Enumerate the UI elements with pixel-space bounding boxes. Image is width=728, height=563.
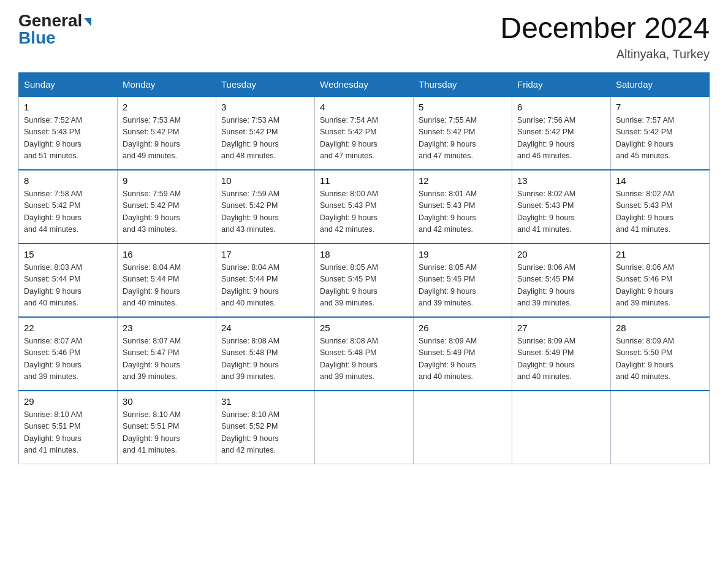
calendar-cell: 8Sunrise: 7:58 AM Sunset: 5:42 PM Daylig… <box>19 170 118 243</box>
day-number: 6 <box>517 102 605 112</box>
calendar-cell: 15Sunrise: 8:03 AM Sunset: 5:44 PM Dayli… <box>19 243 118 317</box>
day-number: 28 <box>616 323 704 333</box>
calendar-cell: 21Sunrise: 8:06 AM Sunset: 5:46 PM Dayli… <box>611 243 710 317</box>
day-info: Sunrise: 7:54 AM Sunset: 5:42 PM Dayligh… <box>320 115 408 163</box>
day-info: Sunrise: 7:57 AM Sunset: 5:42 PM Dayligh… <box>616 115 704 163</box>
calendar-cell <box>512 391 611 464</box>
calendar-cell: 16Sunrise: 8:04 AM Sunset: 5:44 PM Dayli… <box>118 243 216 317</box>
day-number: 15 <box>24 249 112 259</box>
calendar-cell: 7Sunrise: 7:57 AM Sunset: 5:42 PM Daylig… <box>611 96 710 170</box>
calendar-cell <box>611 391 710 464</box>
day-number: 12 <box>419 175 507 186</box>
day-info: Sunrise: 8:04 AM Sunset: 5:44 PM Dayligh… <box>221 262 309 310</box>
day-info: Sunrise: 8:09 AM Sunset: 5:49 PM Dayligh… <box>517 335 605 383</box>
calendar-cell: 11Sunrise: 8:00 AM Sunset: 5:43 PM Dayli… <box>315 170 414 243</box>
day-number: 5 <box>419 102 507 112</box>
calendar-cell: 18Sunrise: 8:05 AM Sunset: 5:45 PM Dayli… <box>315 243 414 317</box>
week-row-2: 8Sunrise: 7:58 AM Sunset: 5:42 PM Daylig… <box>19 170 710 243</box>
calendar-cell: 4Sunrise: 7:54 AM Sunset: 5:42 PM Daylig… <box>315 96 414 170</box>
header-friday: Friday <box>512 72 611 96</box>
header-saturday: Saturday <box>611 72 710 96</box>
day-info: Sunrise: 7:59 AM Sunset: 5:42 PM Dayligh… <box>123 188 211 236</box>
calendar-cell: 23Sunrise: 8:07 AM Sunset: 5:47 PM Dayli… <box>118 317 216 391</box>
day-number: 29 <box>24 396 112 407</box>
day-info: Sunrise: 7:55 AM Sunset: 5:42 PM Dayligh… <box>419 115 507 163</box>
calendar-cell: 26Sunrise: 8:09 AM Sunset: 5:49 PM Dayli… <box>414 317 512 391</box>
day-info: Sunrise: 8:05 AM Sunset: 5:45 PM Dayligh… <box>320 262 408 310</box>
day-number: 7 <box>616 102 704 112</box>
day-info: Sunrise: 7:53 AM Sunset: 5:42 PM Dayligh… <box>123 115 211 163</box>
day-info: Sunrise: 7:59 AM Sunset: 5:42 PM Dayligh… <box>221 188 309 236</box>
day-number: 20 <box>517 249 605 259</box>
calendar-cell <box>315 391 414 464</box>
logo-general-text: General <box>18 12 91 29</box>
title-section: December 2024 Altinyaka, Turkey <box>500 12 710 61</box>
day-number: 19 <box>419 249 507 259</box>
day-info: Sunrise: 8:02 AM Sunset: 5:43 PM Dayligh… <box>517 188 605 236</box>
header-monday: Monday <box>118 72 216 96</box>
calendar-cell: 25Sunrise: 8:08 AM Sunset: 5:48 PM Dayli… <box>315 317 414 391</box>
logo-blue-text: Blue <box>18 29 91 47</box>
day-number: 24 <box>221 323 309 333</box>
calendar-cell: 10Sunrise: 7:59 AM Sunset: 5:42 PM Dayli… <box>216 170 315 243</box>
day-number: 21 <box>616 249 704 259</box>
logo: General Blue <box>18 12 91 47</box>
calendar-cell: 17Sunrise: 8:04 AM Sunset: 5:44 PM Dayli… <box>216 243 315 317</box>
day-number: 14 <box>616 175 704 186</box>
day-info: Sunrise: 8:09 AM Sunset: 5:50 PM Dayligh… <box>616 335 704 383</box>
day-info: Sunrise: 7:53 AM Sunset: 5:42 PM Dayligh… <box>221 115 309 163</box>
day-info: Sunrise: 7:52 AM Sunset: 5:43 PM Dayligh… <box>24 115 112 163</box>
calendar-table: Sunday Monday Tuesday Wednesday Thursday… <box>18 72 710 465</box>
day-number: 2 <box>123 102 211 112</box>
calendar-cell: 9Sunrise: 7:59 AM Sunset: 5:42 PM Daylig… <box>118 170 216 243</box>
day-info: Sunrise: 8:04 AM Sunset: 5:44 PM Dayligh… <box>123 262 211 310</box>
day-number: 11 <box>320 175 408 186</box>
calendar-cell: 29Sunrise: 8:10 AM Sunset: 5:51 PM Dayli… <box>19 391 118 464</box>
day-number: 17 <box>221 249 309 259</box>
calendar-cell: 28Sunrise: 8:09 AM Sunset: 5:50 PM Dayli… <box>611 317 710 391</box>
day-info: Sunrise: 8:00 AM Sunset: 5:43 PM Dayligh… <box>320 188 408 236</box>
day-info: Sunrise: 8:10 AM Sunset: 5:51 PM Dayligh… <box>24 409 112 457</box>
week-row-5: 29Sunrise: 8:10 AM Sunset: 5:51 PM Dayli… <box>19 391 710 464</box>
day-number: 18 <box>320 249 408 259</box>
weekday-header-row: Sunday Monday Tuesday Wednesday Thursday… <box>19 72 710 96</box>
day-info: Sunrise: 8:08 AM Sunset: 5:48 PM Dayligh… <box>221 335 309 383</box>
day-info: Sunrise: 8:07 AM Sunset: 5:47 PM Dayligh… <box>123 335 211 383</box>
calendar-cell <box>414 391 512 464</box>
calendar-cell: 27Sunrise: 8:09 AM Sunset: 5:49 PM Dayli… <box>512 317 611 391</box>
header-thursday: Thursday <box>414 72 512 96</box>
day-number: 23 <box>123 323 211 333</box>
day-number: 9 <box>123 175 211 186</box>
day-info: Sunrise: 7:58 AM Sunset: 5:42 PM Dayligh… <box>24 188 112 236</box>
calendar-cell: 30Sunrise: 8:10 AM Sunset: 5:51 PM Dayli… <box>118 391 216 464</box>
day-number: 22 <box>24 323 112 333</box>
day-info: Sunrise: 8:07 AM Sunset: 5:46 PM Dayligh… <box>24 335 112 383</box>
day-number: 30 <box>123 396 211 407</box>
day-info: Sunrise: 8:10 AM Sunset: 5:51 PM Dayligh… <box>123 409 211 457</box>
header-wednesday: Wednesday <box>315 72 414 96</box>
calendar-cell: 14Sunrise: 8:02 AM Sunset: 5:43 PM Dayli… <box>611 170 710 243</box>
day-info: Sunrise: 8:05 AM Sunset: 5:45 PM Dayligh… <box>419 262 507 310</box>
day-info: Sunrise: 8:09 AM Sunset: 5:49 PM Dayligh… <box>419 335 507 383</box>
calendar-cell: 5Sunrise: 7:55 AM Sunset: 5:42 PM Daylig… <box>414 96 512 170</box>
day-info: Sunrise: 8:10 AM Sunset: 5:52 PM Dayligh… <box>221 409 309 457</box>
subtitle: Altinyaka, Turkey <box>500 47 710 61</box>
day-number: 8 <box>24 175 112 186</box>
main-title: December 2024 <box>500 12 710 45</box>
day-number: 16 <box>123 249 211 259</box>
calendar-cell: 22Sunrise: 8:07 AM Sunset: 5:46 PM Dayli… <box>19 317 118 391</box>
calendar-cell: 1Sunrise: 7:52 AM Sunset: 5:43 PM Daylig… <box>19 96 118 170</box>
day-number: 1 <box>24 102 112 112</box>
calendar-cell: 13Sunrise: 8:02 AM Sunset: 5:43 PM Dayli… <box>512 170 611 243</box>
day-number: 27 <box>517 323 605 333</box>
calendar-cell: 2Sunrise: 7:53 AM Sunset: 5:42 PM Daylig… <box>118 96 216 170</box>
day-info: Sunrise: 7:56 AM Sunset: 5:42 PM Dayligh… <box>517 115 605 163</box>
day-number: 26 <box>419 323 507 333</box>
calendar-cell: 19Sunrise: 8:05 AM Sunset: 5:45 PM Dayli… <box>414 243 512 317</box>
calendar-cell: 24Sunrise: 8:08 AM Sunset: 5:48 PM Dayli… <box>216 317 315 391</box>
day-number: 31 <box>221 396 309 407</box>
calendar-cell: 6Sunrise: 7:56 AM Sunset: 5:42 PM Daylig… <box>512 96 611 170</box>
day-info: Sunrise: 8:06 AM Sunset: 5:46 PM Dayligh… <box>616 262 704 310</box>
day-number: 25 <box>320 323 408 333</box>
calendar-cell: 12Sunrise: 8:01 AM Sunset: 5:43 PM Dayli… <box>414 170 512 243</box>
